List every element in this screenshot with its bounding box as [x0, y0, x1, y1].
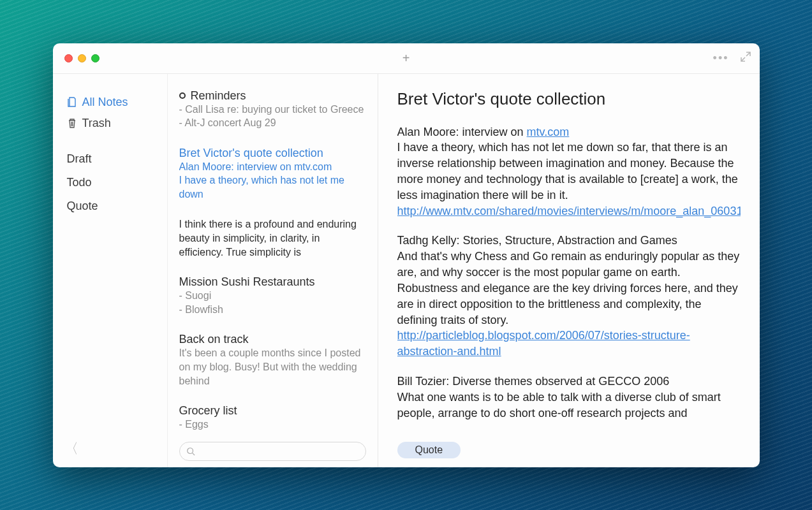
search-input[interactable]: [199, 446, 359, 456]
sidebar-item-label: Trash: [82, 117, 111, 130]
note-item-simplicity[interactable]: I think there is a profound and enduring…: [179, 217, 366, 259]
sidebar-item-all-notes[interactable]: All Notes: [64, 92, 158, 113]
note-preview-line: - Suogi: [179, 289, 366, 303]
chevron-left-icon: 〈: [64, 441, 78, 456]
note-title: Grocery list: [179, 404, 237, 418]
quote-body: And that's why Chess and Go remain as en…: [397, 249, 741, 328]
tag-label: Quote: [415, 444, 443, 455]
note-preview-line: I have a theory, which has not let me do…: [179, 173, 366, 201]
columns: All Notes Trash Draft Todo Quote 〈 Remin…: [53, 74, 760, 467]
quote-source: Bill Tozier: Diverse themes observed at …: [397, 374, 741, 390]
note-item-sushi[interactable]: Mission Sushi Restaraunts - Suogi - Blow…: [179, 275, 366, 316]
quote-url-link[interactable]: http://particleblog.blogspot.com/2006/07…: [397, 329, 690, 358]
new-note-button[interactable]: +: [402, 51, 410, 66]
note-content-body[interactable]: Bret Victor's quote collection Alan Moor…: [397, 89, 741, 461]
quote-block: Alan Moore: interview on mtv.com I have …: [397, 124, 741, 219]
titlebar: + •••: [53, 43, 760, 74]
note-item-bret-victor[interactable]: Bret Victor's quote collection Alan Moor…: [179, 147, 366, 201]
expand-button[interactable]: [741, 52, 751, 64]
sidebar-tags: Draft Todo Quote: [64, 150, 158, 215]
quote-source-link[interactable]: mtv.com: [527, 126, 570, 138]
quote-block: Tadhg Kelly: Stories, Structure, Abstrac…: [397, 233, 741, 360]
sidebar-tag-draft[interactable]: Draft: [64, 150, 158, 168]
bullet-icon: [179, 92, 186, 99]
quote-block: Bill Tozier: Diverse themes observed at …: [397, 374, 741, 421]
window-controls: [53, 54, 100, 62]
note-title: Mission Sushi Restaraunts: [179, 275, 315, 289]
zoom-window-button[interactable]: [91, 54, 100, 62]
search-field[interactable]: [179, 442, 366, 461]
app-window: + ••• All Notes Trash Draft Todo Quote: [53, 43, 760, 467]
more-menu-button[interactable]: •••: [713, 52, 729, 65]
trash-icon: [67, 118, 77, 128]
quote-source: Tadhg Kelly: Stories, Structure, Abstrac…: [397, 233, 741, 249]
notes-icon: [67, 97, 77, 107]
note-list-body: Reminders - Call Lisa re: buying our tic…: [179, 89, 366, 442]
sidebar-item-trash[interactable]: Trash: [64, 113, 158, 134]
note-preview-line: - Alt-J concert Aug 29: [179, 116, 366, 130]
note-preview-line: - Eggs: [179, 418, 366, 432]
sidebar-tag-quote[interactable]: Quote: [64, 198, 158, 215]
note-list: Reminders - Call Lisa re: buying our tic…: [168, 74, 378, 467]
note-preview-line: It's been a couple months since I posted…: [179, 346, 366, 388]
quote-body: What one wants is to be able to talk wit…: [397, 390, 741, 421]
close-window-button[interactable]: [64, 54, 73, 62]
note-title: Bret Victor's quote collection: [179, 147, 323, 160]
minimize-window-button[interactable]: [78, 54, 86, 62]
svg-point-0: [187, 448, 193, 453]
note-preview-line: I think there is a profound and enduring…: [179, 217, 366, 259]
note-preview-line: - Call Lisa re: buying our ticket to Gre…: [179, 103, 366, 117]
tag-pill[interactable]: Quote: [397, 442, 461, 458]
expand-icon: [741, 52, 751, 62]
quote-url-link[interactable]: http://www.mtv.com/shared/movies/intervi…: [397, 205, 741, 217]
sidebar-tag-todo[interactable]: Todo: [64, 174, 158, 191]
note-preview-line: - Blowfish: [179, 303, 366, 317]
search-icon: [186, 447, 195, 456]
note-title: Back on track: [179, 333, 249, 346]
note-item-grocery[interactable]: Grocery list - Eggs: [179, 404, 366, 432]
plus-icon: +: [402, 51, 410, 65]
sidebar: All Notes Trash Draft Todo Quote 〈: [53, 74, 168, 467]
note-title: Reminders: [191, 89, 246, 103]
note-preview-line: Alan Moore: interview on mtv.com: [179, 160, 366, 174]
quote-body: I have a theory, which has not let me do…: [397, 140, 741, 203]
titlebar-right: •••: [713, 52, 751, 65]
note-item-reminders[interactable]: Reminders - Call Lisa re: buying our tic…: [179, 89, 366, 130]
back-button[interactable]: 〈: [64, 439, 78, 458]
content-title: Bret Victor's quote collection: [397, 89, 741, 109]
note-content: Bret Victor's quote collection Alan Moor…: [378, 74, 760, 467]
note-item-back-on-track[interactable]: Back on track It's been a couple months …: [179, 333, 366, 388]
sidebar-item-label: All Notes: [82, 96, 128, 109]
svg-line-1: [192, 453, 195, 455]
quote-source-prefix: Alan Moore: interview on: [397, 126, 527, 138]
